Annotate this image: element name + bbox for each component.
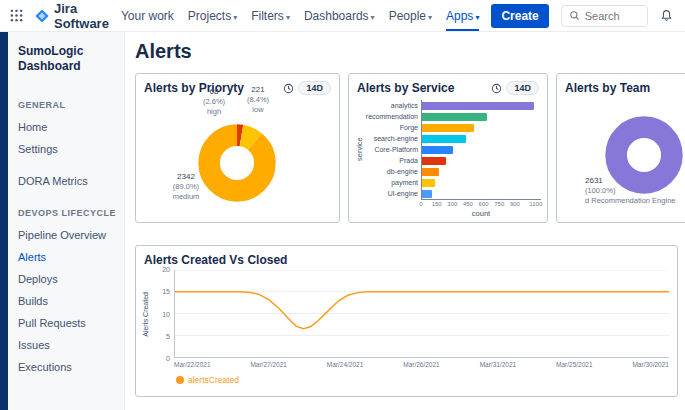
chevron-down-icon xyxy=(473,9,479,23)
bar-Core-Platform[interactable] xyxy=(422,146,453,154)
sidebar-section-general: GENERAL xyxy=(18,100,116,110)
sidebar-item-settings[interactable]: Settings xyxy=(18,138,116,160)
legend-label: alertsCreated xyxy=(188,375,239,385)
create-button[interactable]: Create xyxy=(491,4,548,28)
search-icon xyxy=(569,10,580,21)
search-box[interactable] xyxy=(561,5,648,27)
main-content: Alerts Alerts by Prioryty 14D xyxy=(125,32,685,410)
bar-category-analytics: analytics xyxy=(365,100,421,111)
bar-plot-area xyxy=(421,100,541,200)
left-navy-rail xyxy=(0,32,8,410)
y-axis-ticks: 20151050 xyxy=(150,266,170,362)
bar-category-search-engine: search-engine xyxy=(365,133,421,144)
nav-projects[interactable]: Projects xyxy=(188,0,237,31)
bar-category-Prada: Prada xyxy=(365,155,421,166)
card-alerts-by-team: Alerts by Team 2631 (100.0%) d Recommend… xyxy=(556,73,685,223)
brand-label: Jira Software xyxy=(54,1,109,31)
bar-x-axis-ticks: 01503004506007509001100 xyxy=(421,200,541,209)
bar-db-engine[interactable] xyxy=(422,168,439,176)
legend-dot xyxy=(176,376,184,384)
legend[interactable]: alertsCreated xyxy=(176,375,239,385)
chevron-down-icon xyxy=(369,9,375,23)
chevron-down-icon xyxy=(284,9,290,23)
donut-slice-medium[interactable] xyxy=(209,135,265,191)
app-switcher-icon[interactable] xyxy=(10,9,23,22)
page-title: Alerts xyxy=(135,40,685,63)
sidebar-item-dora-metrics[interactable]: DORA Metrics xyxy=(18,170,116,192)
primary-nav: Your work Projects Filters Dashboards Pe… xyxy=(121,0,479,31)
sidebar-item-home[interactable]: Home xyxy=(18,116,116,138)
clock-icon xyxy=(283,83,294,94)
sidebar-item-executions[interactable]: Executions xyxy=(18,356,116,378)
card-title: Alerts by Team xyxy=(565,81,650,95)
bar-category-recommendation: recommendation xyxy=(365,111,421,122)
bar-recommendation[interactable] xyxy=(422,113,487,121)
sidebar: SumoLogic Dashboard GENERAL Home Setting… xyxy=(8,32,125,410)
donut-label-medium: 2342 (89.0%) medium xyxy=(160,172,212,202)
charts-row: Alerts by Prioryty 14D 68 (2.6%) high xyxy=(135,73,685,223)
card-alerts-created-vs-closed: Alerts Created Vs Closed Alerts Created … xyxy=(135,245,678,397)
x-axis-ticks: Mar/22/2021Mar/27/2021Mar/24/2021Mar/26/… xyxy=(174,361,669,368)
bar-payment[interactable] xyxy=(422,179,435,187)
bar-x-axis-label: count xyxy=(421,209,541,218)
plot-area xyxy=(174,270,669,358)
sidebar-item-deploys[interactable]: Deploys xyxy=(18,268,116,290)
bar-y-axis-label: service xyxy=(355,100,365,199)
sidebar-item-pipeline-overview[interactable]: Pipeline Overview xyxy=(18,224,116,246)
nav-people[interactable]: People xyxy=(389,0,432,31)
alerts-created-line-chart[interactable]: Alerts Created 20151050 Mar/22/2021Mar/2… xyxy=(142,270,671,394)
sidebar-title: SumoLogic Dashboard xyxy=(18,44,116,74)
nav-filters[interactable]: Filters xyxy=(251,0,290,31)
donut-slice-d Recommendation Engine[interactable] xyxy=(616,127,672,183)
donut-label-team: 2631 (100.0%) d Recommendation Engine xyxy=(585,176,685,206)
donut-label-high: 68 (2.6%) high xyxy=(194,87,234,117)
sidebar-section-devops: DEVOPS LIFECYCLE xyxy=(18,208,116,218)
bar-category-db-engine: db-engine xyxy=(365,166,421,177)
bar-search-engine[interactable] xyxy=(422,135,466,143)
chevron-down-icon xyxy=(231,9,237,23)
jira-brand[interactable]: Jira Software xyxy=(35,1,109,31)
sidebar-item-issues[interactable]: Issues xyxy=(18,334,116,356)
bar-UI-engine[interactable] xyxy=(422,190,432,198)
y-axis-label: Alerts Created xyxy=(142,292,149,337)
top-navbar: Jira Software Your work Projects Filters… xyxy=(0,0,685,32)
bar-analytics[interactable] xyxy=(422,102,534,110)
nav-dashboards[interactable]: Dashboards xyxy=(304,0,375,31)
jira-logo-icon xyxy=(35,9,49,23)
bar-category-Core-Platform: Core-Platform xyxy=(365,144,421,155)
card-alerts-by-service: Alerts by Service 14D serviceanalyticsre… xyxy=(348,73,548,223)
jira-app-window: Jira Software Your work Projects Filters… xyxy=(0,0,685,410)
service-bar-chart[interactable]: serviceanalyticsrecommendationForgesearc… xyxy=(355,100,541,220)
bar-Forge[interactable] xyxy=(422,124,474,132)
card-title: Alerts Created Vs Closed xyxy=(144,253,287,267)
bar-category-labels: analyticsrecommendationForgesearch-engin… xyxy=(365,100,421,200)
card-title: Alerts by Service xyxy=(357,81,454,95)
card-alerts-by-priority: Alerts by Prioryty 14D 68 (2.6%) high xyxy=(135,73,340,223)
bar-Prada[interactable] xyxy=(422,157,446,165)
sidebar-item-alerts[interactable]: Alerts xyxy=(18,246,116,268)
notifications-bell-icon[interactable] xyxy=(660,9,673,22)
nav-apps[interactable]: Apps xyxy=(446,0,479,31)
bar-category-payment: payment xyxy=(365,177,421,188)
clock-icon xyxy=(491,83,502,94)
nav-your-work[interactable]: Your work xyxy=(121,0,174,31)
sidebar-item-pull-requests[interactable]: Pull Requests xyxy=(18,312,116,334)
bar-category-Forge: Forge xyxy=(365,122,421,133)
donut-label-low: 221 (8.4%) low xyxy=(238,85,278,115)
sidebar-item-builds[interactable]: Builds xyxy=(18,290,116,312)
time-range-badge[interactable]: 14D xyxy=(298,81,331,95)
line-series-alertsCreated[interactable] xyxy=(175,292,669,329)
search-input[interactable] xyxy=(585,10,640,22)
time-range-badge[interactable]: 14D xyxy=(506,81,539,95)
bar-category-UI-engine: UI-engine xyxy=(365,188,421,199)
chevron-down-icon xyxy=(426,9,432,23)
